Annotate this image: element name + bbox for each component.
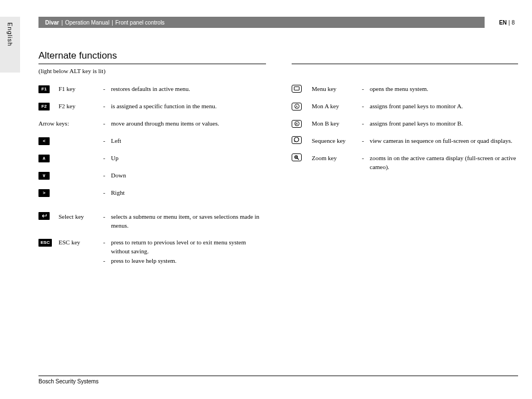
subtitle-note: (light below ALT key is lit) <box>38 68 518 74</box>
column-left: F1 F1 key - restores defaults in active … <box>38 84 266 272</box>
row-zoom: Zoom key - zooms in on the active camera… <box>292 153 518 172</box>
arrow-left-desc: Left <box>111 136 266 146</box>
dash: - <box>103 136 111 146</box>
mon-b-key-icon: B <box>292 120 302 128</box>
header-bar: Divar | Operation Manual | Front panel c… <box>38 17 518 28</box>
rule-right <box>292 64 518 64</box>
row-mon-a: A Mon A key - assigns front panel keys t… <box>292 102 518 111</box>
f1-name: F1 key <box>59 84 103 94</box>
header-lang: EN <box>499 20 507 26</box>
row-f2: F2 F2 key - is assigned a specific funct… <box>38 102 266 111</box>
dash: - <box>103 119 111 128</box>
row-f1: F1 F1 key - restores defaults in active … <box>38 84 266 94</box>
header-page: EN | 8 <box>485 17 518 28</box>
mon-a-key-icon: A <box>292 103 302 110</box>
esc-desc-2: press to leave help system. <box>111 257 266 264</box>
header-doc: Operation Manual <box>65 20 110 26</box>
enter-key-icon <box>38 212 50 220</box>
dash: - <box>103 171 111 180</box>
row-mon-b: B Mon B key - assigns front panel keys t… <box>292 119 518 128</box>
f2-key-icon: F2 <box>38 103 50 110</box>
language-label: English <box>7 22 13 46</box>
dash: - <box>362 153 370 163</box>
esc-desc-1: press to return to previous level or to … <box>111 238 266 256</box>
row-arrows-header: Arrow keys: - move around through menu i… <box>38 119 266 128</box>
dash: - <box>362 136 370 146</box>
arrow-left-icon: < <box>38 137 50 145</box>
header-section: Front panel controls <box>115 20 165 26</box>
dash: - <box>103 238 111 247</box>
dash: - <box>103 188 111 198</box>
row-arrow-right: > - Right <box>38 188 266 198</box>
dash: - <box>362 119 370 128</box>
arrow-down-icon: ∨ <box>38 172 50 180</box>
svg-line-1 <box>297 158 299 160</box>
dash: - <box>103 84 111 94</box>
arrows-label: Arrow keys: <box>38 119 103 128</box>
zoom-desc: zooms in on the active camera display (f… <box>370 153 518 172</box>
header-product: Divar <box>45 20 59 26</box>
zoom-name: Zoom key <box>312 153 362 163</box>
row-menu: Menu key - opens the menu system. <box>292 84 518 94</box>
esc-name: ESC key <box>59 238 103 247</box>
title-rules <box>38 64 518 64</box>
sequence-desc: view cameras in sequence on full-screen … <box>370 136 518 146</box>
f1-desc: restores defaults in active menu. <box>111 84 266 94</box>
mon-a-name: Mon A key <box>312 102 362 111</box>
header-page-number: 8 <box>511 20 515 26</box>
arrow-down-desc: Down <box>111 171 266 180</box>
separator: | <box>509 20 510 26</box>
mon-a-desc: assigns front panel keys to monitor A. <box>370 102 518 111</box>
menu-desc: opens the menu system. <box>370 84 518 94</box>
dash: - <box>362 84 370 94</box>
menu-name: Menu key <box>312 84 362 94</box>
page-content: Alternate functions (light below ALT key… <box>38 50 518 371</box>
header-breadcrumb: Divar | Operation Manual | Front panel c… <box>38 17 485 28</box>
dash: - <box>103 153 111 163</box>
row-esc: ESC ESC key - press to return to previou… <box>38 238 266 256</box>
language-tab: English <box>0 17 20 73</box>
zoom-key-icon <box>292 153 302 161</box>
columns: F1 F1 key - restores defaults in active … <box>38 84 518 272</box>
dash: - <box>103 102 111 111</box>
dash: - <box>103 212 111 222</box>
row-arrow-left: < - Left <box>38 136 266 146</box>
column-right: Menu key - opens the menu system. A Mon … <box>292 84 518 272</box>
row-arrow-up: ∧ - Up <box>38 153 266 163</box>
separator: | <box>61 20 63 26</box>
arrow-right-icon: > <box>38 189 50 197</box>
f2-desc: is assigned a specific function in the m… <box>111 102 266 111</box>
mon-b-name: Mon B key <box>312 119 362 128</box>
rule-left <box>38 64 266 64</box>
row-arrow-down: ∨ - Down <box>38 171 266 180</box>
page-title: Alternate functions <box>38 50 518 61</box>
sequence-key-icon <box>292 136 302 144</box>
dash: - <box>103 257 111 264</box>
arrows-desc: move around through menu items or values… <box>111 119 266 128</box>
esc-key-icon: ESC <box>38 239 52 247</box>
row-esc-2: - press to leave help system. <box>38 257 266 264</box>
footer: Bosch Security Systems <box>38 376 518 384</box>
row-sequence: Sequence key - view cameras in sequence … <box>292 136 518 146</box>
arrow-up-icon: ∧ <box>38 155 50 162</box>
sequence-name: Sequence key <box>312 136 362 146</box>
dash: - <box>362 102 370 111</box>
f1-key-icon: F1 <box>38 85 50 93</box>
arrow-up-desc: Up <box>111 153 266 163</box>
select-name: Select key <box>59 212 103 222</box>
f2-name: F2 key <box>59 102 103 111</box>
row-select: Select key - selects a submenu or menu i… <box>38 212 266 230</box>
select-desc: selects a submenu or menu item, or saves… <box>111 212 266 230</box>
separator: | <box>112 20 113 26</box>
mon-b-desc: assigns front panel keys to monitor B. <box>370 119 518 128</box>
footer-text: Bosch Security Systems <box>38 378 99 384</box>
menu-key-icon <box>292 85 302 93</box>
arrow-right-desc: Right <box>111 188 266 198</box>
